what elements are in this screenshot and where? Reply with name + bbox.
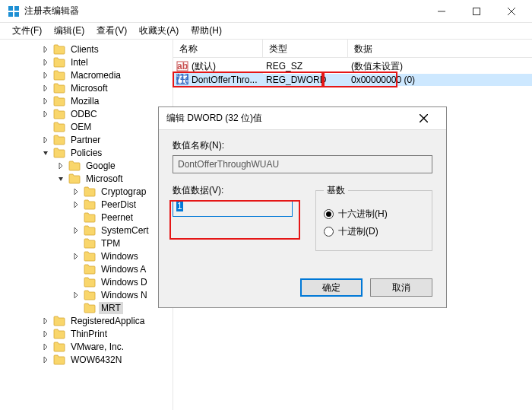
value-row[interactable]: 011110DontOfferThro...REG_DWORD0x0000000… [173,73,532,87]
expand-icon[interactable] [41,135,50,145]
tree-item[interactable]: VMware, Inc. [0,340,173,353]
tree-item[interactable]: Policies [0,146,173,159]
value-data: 0x00000000 (0) [348,74,532,86]
tree-item[interactable]: Windows A [0,262,173,275]
tree-item[interactable]: Microsoft [0,172,173,185]
svg-text:110: 110 [176,75,188,86]
column-data[interactable]: 数据 [348,40,532,57]
tree-item[interactable]: Partner [0,133,173,146]
folder-icon [84,186,96,197]
expand-icon[interactable] [56,174,65,183]
app-icon [8,5,20,17]
folder-icon [53,44,65,55]
expand-icon[interactable] [41,110,50,119]
tree-label: Microsoft [84,173,125,185]
tree-item[interactable]: MRT [0,301,173,314]
tree-item[interactable]: Peernet [0,211,173,224]
dialog-title: 编辑 DWORD (32 位)值 [166,112,408,125]
tree-label: Policies [68,147,104,159]
expand-icon[interactable] [71,187,81,196]
value-name: DontOfferThro... [192,75,257,85]
tree-label: MRT [99,302,123,314]
tree-item[interactable]: Intel [0,56,173,68]
expand-icon[interactable] [71,304,81,313]
expand-icon[interactable] [41,122,50,132]
tree-item[interactable]: ThinPrint [0,327,173,340]
value-name-input[interactable] [173,155,432,173]
tree-item[interactable]: OEM [0,120,173,133]
value-type: REG_DWORD [263,74,348,86]
expand-icon[interactable] [41,84,50,93]
maximize-button[interactable] [459,0,494,23]
tree-item[interactable]: Windows N [0,288,173,301]
folder-icon [84,251,96,262]
expand-icon[interactable] [71,226,81,235]
folder-icon [53,57,65,68]
menu-edit[interactable]: 编辑(E) [48,23,90,39]
close-button[interactable] [494,0,529,23]
tree-item[interactable]: Windows D [0,275,173,288]
minimize-button[interactable] [424,0,459,23]
tree-label: RegisteredApplica [68,315,147,327]
expand-icon[interactable] [41,355,50,364]
tree-item[interactable]: Google [0,159,173,172]
expand-icon[interactable] [41,329,50,338]
tree-item[interactable]: Clients [0,43,173,56]
tree-item[interactable]: WOW6432N [0,353,173,366]
menu-view[interactable]: 查看(V) [90,23,133,39]
column-type[interactable]: 类型 [263,40,348,57]
tree-label: ThinPrint [68,328,109,340]
tree-item[interactable]: Macromedia [0,68,173,81]
expand-icon[interactable] [71,252,81,261]
tree-item[interactable]: ODBC [0,107,173,120]
expand-icon[interactable] [41,71,50,80]
folder-icon [84,303,96,313]
expand-icon[interactable] [71,239,81,248]
value-row[interactable]: ab(默认)REG_SZ(数值未设置) [173,59,532,73]
expand-icon[interactable] [41,342,50,351]
dialog-close-button[interactable] [408,108,439,129]
tree-label: Mozilla [68,95,101,107]
tree-label: ODBC [68,108,100,120]
ok-button[interactable]: 确定 [300,278,363,297]
value-data-input[interactable]: 1 [173,200,293,217]
folder-icon [84,290,96,300]
expand-icon[interactable] [71,278,81,287]
tree-item[interactable]: TPM [0,237,173,249]
expand-icon[interactable] [71,291,81,300]
tree-item[interactable]: Windows [0,249,173,262]
tree-label: PeerDist [99,199,138,211]
menu-file[interactable]: 文件(F) [6,23,48,39]
menu-favorites[interactable]: 收藏夹(A) [133,23,185,39]
folder-icon [53,70,65,81]
menu-help[interactable]: 帮助(H) [185,23,228,39]
tree-pane: ClientsIntelMacromediaMicrosoftMozillaOD… [0,40,173,410]
base-group: 基数 十六进制(H) 十进制(D) [315,184,432,251]
cancel-button[interactable]: 取消 [370,278,432,297]
expand-icon[interactable] [41,58,50,67]
tree-item[interactable]: PeerDist [0,198,173,211]
expand-icon[interactable] [41,45,50,54]
folder-icon [53,83,65,94]
expand-icon[interactable] [71,213,81,222]
radio-icon [324,209,334,219]
expand-icon[interactable] [41,148,50,157]
tree-label: Macromedia [68,69,123,81]
expand-icon[interactable] [56,161,65,170]
tree-item[interactable]: Mozilla [0,94,173,107]
tree-item[interactable]: SystemCert [0,224,173,237]
expand-icon[interactable] [71,265,81,274]
radio-dec[interactable]: 十进制(D) [324,225,424,238]
tree-item[interactable]: Microsoft [0,81,173,94]
radio-hex[interactable]: 十六进制(H) [324,208,424,221]
tree-item[interactable]: RegisteredApplica [0,314,173,327]
expand-icon[interactable] [41,97,50,106]
expand-icon[interactable] [71,200,81,209]
column-name[interactable]: 名称 [173,40,263,57]
tree-label: WOW6432N [68,354,124,366]
tree-label: TPM [99,237,122,249]
expand-icon[interactable] [41,316,50,326]
value-data-label: 数值数据(V): [173,184,293,197]
tree-item[interactable]: Cryptograp [0,185,173,198]
menubar: 文件(F) 编辑(E) 查看(V) 收藏夹(A) 帮助(H) [0,23,532,40]
